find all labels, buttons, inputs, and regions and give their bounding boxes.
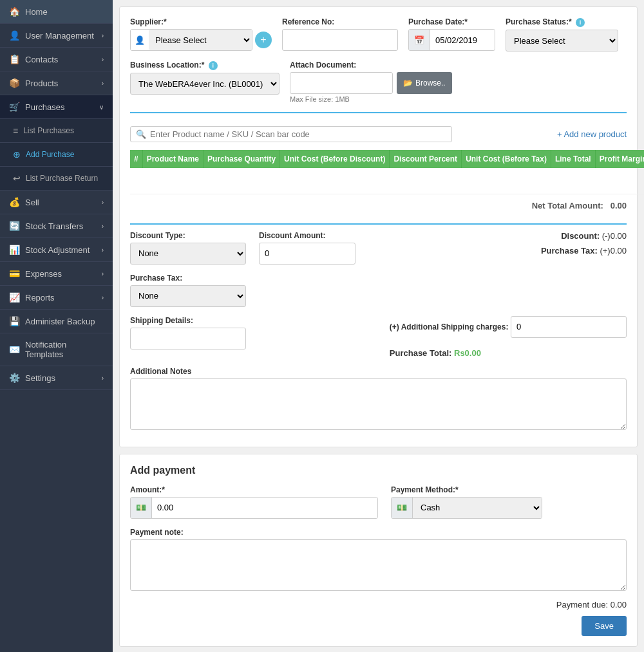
section-divider-2 (130, 223, 627, 225)
add-new-product-button[interactable]: + Add new product (557, 129, 627, 139)
purchase-total-display: Purchase Total: Rs0.00 (390, 348, 627, 358)
payment-note-label: Payment note: (130, 528, 627, 537)
purchases-submenu: ≡ List Purchases ⊕ Add Purchase ↩ List P… (0, 119, 113, 191)
date-wrap: 📅 05/02/2019 (408, 29, 495, 51)
net-total-row: Net Total Amount: 0.00 (130, 194, 627, 217)
reference-no-group: Reference No: (282, 17, 398, 51)
purchase-date-input[interactable]: 05/02/2019 (430, 30, 495, 50)
col-unit-cost-before-discount: Unit Cost (Before Discount) (280, 150, 390, 168)
discount-type-group: Discount Type: None (130, 231, 246, 265)
chevron-right-icon: › (102, 375, 104, 382)
col-unit-cost-before-tax: Unit Cost (Before Tax) (462, 150, 551, 168)
sidebar-item-expenses[interactable]: 💳 Expenses › (0, 262, 113, 286)
table-row-empty (130, 168, 644, 194)
additional-notes-textarea[interactable] (130, 378, 627, 430)
purchase-tax-result: Purchase Tax: (+)0.00 (541, 246, 627, 256)
payment-note-group: Payment note: (130, 528, 627, 591)
product-table: # Product Name Purchase Quantity Unit Co… (130, 150, 644, 194)
purchase-status-label: Purchase Status:* i (506, 17, 618, 27)
sidebar-item-stock-adjustment[interactable]: 📊 Stock Adjustment › (0, 238, 113, 262)
payment-icon: 💵 (392, 498, 413, 518)
settings-icon: ⚙️ (9, 373, 20, 383)
purchase-tax-select[interactable]: None (130, 285, 246, 307)
additional-charges-label: (+) Additional Shipping charges: (390, 322, 509, 331)
chevron-right-icon: › (102, 294, 104, 301)
sidebar-item-reports[interactable]: 📈 Reports › (0, 286, 113, 310)
amount-input[interactable]: 0.00 (152, 498, 377, 518)
section-divider-1 (130, 112, 627, 113)
chevron-right-icon: › (102, 247, 104, 254)
payment-panel: Add payment Amount:* 💵 0.00 Payment Meth… (119, 454, 638, 647)
chevron-right-icon: › (102, 80, 104, 87)
backup-icon: 💾 (9, 316, 20, 326)
sidebar-item-settings[interactable]: ⚙️ Settings › (0, 366, 113, 390)
form-row-1: Supplier:* 👤 Please Select + Reference N… (130, 17, 627, 51)
product-search-wrap: 🔍 (130, 126, 452, 142)
purchase-date-group: Purchase Date:* 📅 05/02/2019 (408, 17, 495, 51)
browse-button[interactable]: 📂 Browse.. (397, 72, 452, 94)
sidebar-item-label: Stock Transfers (25, 221, 83, 231)
sidebar-item-purchases[interactable]: 🛒 Purchases ∨ (0, 95, 113, 119)
sidebar-item-add-purchase[interactable]: ⊕ Add Purchase (0, 143, 113, 167)
adjustment-icon: 📊 (9, 245, 20, 255)
payment-due-label: Payment due: (556, 600, 608, 610)
purchase-tax-label: Purchase Tax: (130, 274, 246, 283)
sidebar-item-sell[interactable]: 💰 Sell › (0, 191, 113, 214)
sidebar-item-stock-transfers[interactable]: 🔄 Stock Transfers › (0, 214, 113, 238)
sidebar-item-label: User Management (25, 31, 94, 41)
payment-method-label: Payment Method:* (391, 485, 542, 494)
net-total-value: 0.00 (611, 201, 627, 210)
sidebar-item-list-purchase-return[interactable]: ↩ List Purchase Return (0, 167, 113, 191)
sidebar-item-list-purchases[interactable]: ≡ List Purchases (0, 119, 113, 143)
contacts-icon: 📋 (9, 54, 20, 64)
supplier-select[interactable]: Please Select (149, 30, 252, 50)
purchase-date-label: Purchase Date:* (408, 17, 495, 26)
sidebar-item-products[interactable]: 📦 Products › (0, 71, 113, 95)
payment-method-group: Payment Method:* 💵 Cash (391, 485, 542, 519)
additional-notes-group: Additional Notes (130, 367, 627, 430)
discount-amount-input[interactable]: 0 (259, 243, 355, 265)
discount-type-label: Discount Type: (130, 231, 246, 240)
file-size-note: Max File size: 1MB (290, 95, 452, 103)
purchase-status-group: Purchase Status:* i Please Select (506, 17, 618, 51)
discount-row: Discount Type: None Discount Amount: 0 D… (130, 231, 627, 265)
attach-document-label: Attach Document: (290, 61, 452, 70)
products-icon: 📦 (9, 78, 20, 88)
product-search-input[interactable] (150, 129, 446, 139)
amount-group: Amount:* 💵 0.00 (130, 485, 378, 519)
shipping-details-group: Shipping Details: (130, 316, 246, 349)
chevron-down-icon: ∨ (99, 104, 104, 111)
business-location-label: Business Location:* i (130, 61, 279, 70)
payment-note-textarea[interactable] (130, 539, 627, 591)
save-btn-row: Save (130, 616, 627, 636)
reference-no-input[interactable] (282, 29, 398, 51)
sidebar-item-label: Purchases (25, 102, 64, 112)
chevron-right-icon: › (102, 223, 104, 230)
sidebar-item-home[interactable]: 🏠 Home (0, 0, 113, 24)
chevron-right-icon: › (102, 32, 104, 39)
sidebar-item-label: Sell (25, 198, 39, 207)
purchase-status-select[interactable]: Please Select (506, 30, 618, 51)
col-purchase-qty: Purchase Quantity (204, 150, 280, 168)
payment-method-select[interactable]: Cash (413, 498, 542, 518)
main-content: Supplier:* 👤 Please Select + Reference N… (113, 0, 644, 652)
sidebar-item-user-management[interactable]: 👤 User Management › (0, 24, 113, 48)
save-button[interactable]: Save (582, 616, 627, 636)
notification-icon: ✉️ (9, 344, 20, 355)
sidebar-item-contacts[interactable]: 📋 Contacts › (0, 48, 113, 71)
list-icon: ≡ (13, 126, 18, 136)
shipping-details-input[interactable] (130, 328, 246, 349)
add-supplier-button[interactable]: + (255, 32, 272, 48)
discount-type-select[interactable]: None (130, 243, 246, 265)
add-icon: ⊕ (13, 149, 21, 160)
sidebar-item-administer-backup[interactable]: 💾 Administer Backup (0, 310, 113, 333)
shipping-row: Shipping Details: (+) Additional Shippin… (130, 316, 627, 358)
chevron-right-icon: › (102, 199, 104, 206)
file-path-input[interactable] (290, 72, 393, 94)
discount-result: Discount: (-)0.00 (561, 231, 627, 241)
sidebar-item-notification-templates[interactable]: ✉️ Notification Templates (0, 333, 113, 366)
user-icon: 👤 (9, 30, 20, 41)
additional-charges-input[interactable]: 0 (511, 316, 627, 338)
supplier-wrap: 👤 Please Select + (130, 29, 272, 51)
business-location-select[interactable]: The WebERA4ever Inc. (BL0001) (130, 73, 279, 95)
